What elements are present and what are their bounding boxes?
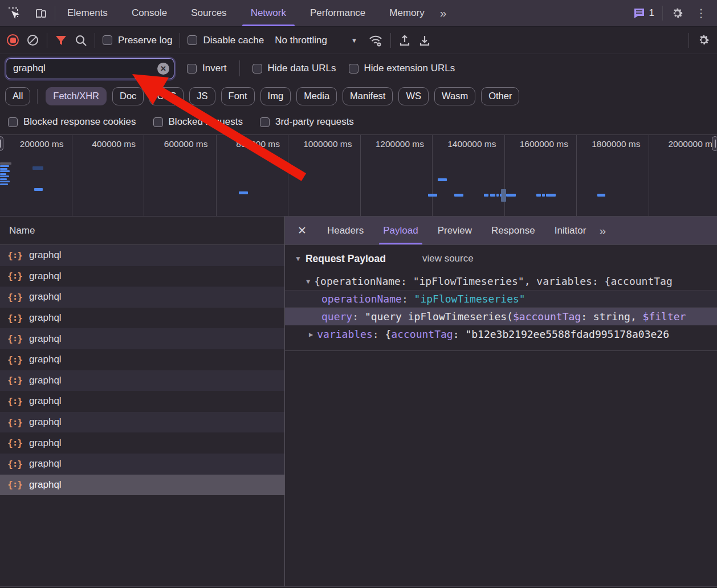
invert-checkbox[interactable]: Invert <box>187 63 227 74</box>
record-network-log-button[interactable] <box>7 34 19 46</box>
collapse-triangle-icon[interactable]: ▼ <box>295 255 302 263</box>
filter-chip[interactable]: Manifest <box>343 87 393 105</box>
checkbox[interactable] <box>187 64 197 74</box>
filter-chip[interactable]: JS <box>189 87 215 105</box>
network-conditions-icon[interactable] <box>368 34 383 47</box>
timeline-left-handle[interactable] <box>0 136 3 151</box>
filter-chip[interactable]: Fetch/XHR <box>46 87 107 105</box>
timeline-tick-label: 1800000 ms <box>577 135 649 216</box>
timeline-bar <box>501 189 506 202</box>
request-name: graphql <box>29 312 62 324</box>
network-overview-timeline[interactable]: 200000 ms400000 ms600000 ms800000 ms1000… <box>0 134 717 217</box>
detail-tab[interactable]: Payload <box>373 217 427 244</box>
request-row[interactable]: {∶} graphql <box>0 412 284 433</box>
network-settings-gear-icon[interactable] <box>697 34 710 47</box>
filter-chip[interactable]: Other <box>481 87 519 105</box>
more-detail-tabs-icon[interactable]: » <box>596 224 608 238</box>
request-row[interactable]: {∶} graphql <box>0 475 284 496</box>
expand-triangle-icon[interactable]: ▶ <box>309 330 313 338</box>
filter-toggle-icon[interactable] <box>55 34 67 47</box>
checkbox[interactable] <box>103 35 112 45</box>
kebab-menu-icon[interactable]: ⋮ <box>692 6 710 20</box>
payload-section-title: Request Payload <box>305 253 386 265</box>
timeline-bar <box>500 194 502 197</box>
timeline-bar <box>597 194 605 197</box>
main-tab[interactable]: Network <box>239 0 298 26</box>
checkbox[interactable] <box>260 117 270 127</box>
timeline-bar <box>32 166 43 170</box>
request-row[interactable]: {∶} graphql <box>0 349 284 370</box>
main-tab[interactable]: Memory <box>377 0 436 26</box>
request-row[interactable]: {∶} graphql <box>0 245 284 266</box>
import-har-icon[interactable] <box>398 34 411 47</box>
request-row[interactable]: {∶} graphql <box>0 370 284 391</box>
payload-preview-row[interactable]: ▼{operationName: "ipFlowTimeseries", var… <box>285 272 717 290</box>
json-request-icon: {∶} <box>7 250 22 261</box>
export-har-icon[interactable] <box>418 34 431 47</box>
clear-filter-icon[interactable]: ✕ <box>157 63 169 75</box>
checkbox[interactable] <box>188 35 197 45</box>
request-row[interactable]: {∶} graphql <box>0 454 284 475</box>
checkbox[interactable] <box>8 117 18 127</box>
close-details-icon[interactable]: ✕ <box>285 224 317 237</box>
hide-data-urls-checkbox[interactable]: Hide data URLs <box>252 63 336 74</box>
clear-network-log-icon[interactable] <box>26 34 39 47</box>
view-source-link[interactable]: view source <box>422 253 474 264</box>
timeline-bar <box>34 188 43 191</box>
detail-tab[interactable]: Response <box>482 217 545 244</box>
name-column-header[interactable]: Name <box>0 217 284 245</box>
issues-counter[interactable]: 1 <box>633 7 654 19</box>
inspect-element-icon[interactable] <box>0 6 27 20</box>
filter-chip[interactable]: CSS <box>149 87 184 105</box>
request-name: graphql <box>29 438 62 449</box>
request-row[interactable]: {∶} graphql <box>0 432 284 454</box>
detail-tab[interactable]: Preview <box>428 217 482 244</box>
filter-chip[interactable]: All <box>5 87 30 105</box>
payload-variables-row[interactable]: ▶variables: {accountTag: "b12e3b2192ee55… <box>285 325 717 343</box>
json-request-icon: {∶} <box>7 333 22 344</box>
network-toolbar: Preserve log Disable cache No throttling… <box>0 27 717 54</box>
timeline-tick-label: 1600000 ms <box>505 135 577 216</box>
filter-chip[interactable]: Img <box>260 87 291 105</box>
main-tab[interactable]: Elements <box>55 0 120 26</box>
detail-tab[interactable]: Headers <box>317 217 373 244</box>
detail-tab[interactable]: Initiator <box>545 217 596 244</box>
search-icon[interactable] <box>75 34 87 47</box>
filter-chip[interactable]: Font <box>221 87 255 105</box>
filter-input[interactable]: graphql ✕ <box>6 58 174 79</box>
timeline-right-handle[interactable] <box>712 136 717 151</box>
blocked-requests-checkbox[interactable]: Blocked requests <box>153 116 243 128</box>
main-tab[interactable]: Performance <box>298 0 377 26</box>
expand-triangle-icon[interactable]: ▼ <box>306 277 310 285</box>
main-tab[interactable]: Sources <box>179 0 238 26</box>
settings-gear-icon[interactable] <box>671 7 684 20</box>
filter-chip[interactable]: Wasm <box>434 87 475 105</box>
payload-operation-row[interactable]: operationName: "ipFlowTimeseries" <box>285 290 717 308</box>
blocked-response-cookies-checkbox[interactable]: Blocked response cookies <box>8 116 136 128</box>
request-row[interactable]: {∶} graphql <box>0 266 284 287</box>
timeline-bar <box>0 170 10 172</box>
filter-chip[interactable]: WS <box>398 87 429 105</box>
device-toolbar-icon[interactable] <box>27 6 55 20</box>
payload-query-row[interactable]: query: "query ipFlowTimeseries($accountT… <box>285 308 717 325</box>
request-row[interactable]: {∶} graphql <box>0 328 284 349</box>
request-row[interactable]: {∶} graphql <box>0 308 284 329</box>
request-row[interactable]: {∶} graphql <box>0 391 284 412</box>
main-tab[interactable]: Console <box>120 0 179 26</box>
filter-chip[interactable]: Doc <box>112 87 144 105</box>
disable-cache-checkbox[interactable]: Disable cache <box>188 35 264 46</box>
checkbox[interactable] <box>349 64 358 74</box>
checkbox[interactable] <box>252 64 262 74</box>
timeline-bar <box>0 165 9 167</box>
hide-extension-urls-checkbox[interactable]: Hide extension URLs <box>349 63 455 74</box>
checkbox[interactable] <box>153 117 163 127</box>
request-row[interactable]: {∶} graphql <box>0 287 284 308</box>
third-party-requests-checkbox[interactable]: 3rd-party requests <box>260 116 354 128</box>
filter-chip[interactable]: Media <box>296 87 337 105</box>
code-segment: accountTag <box>391 328 453 340</box>
preserve-log-checkbox[interactable]: Preserve log <box>103 35 172 46</box>
request-list-panel: Name {∶} graphql {∶} graphql {∶} graphql… <box>0 217 285 588</box>
divider <box>95 33 95 48</box>
more-tabs-icon[interactable]: » <box>437 6 449 20</box>
throttling-dropdown[interactable]: No throttling ▼ <box>271 35 361 46</box>
